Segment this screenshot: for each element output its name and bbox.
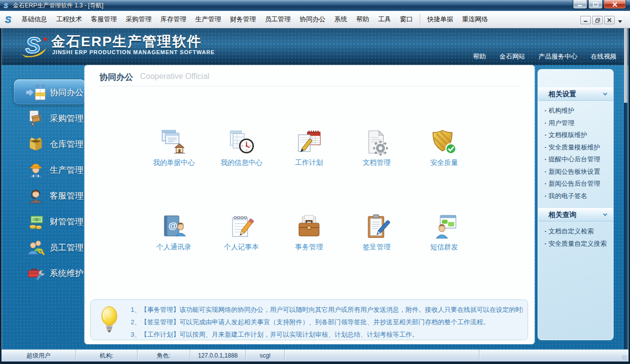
shield-check-icon [431,129,458,155]
client-area: 协同办公 采购管理 仓库管理 生产管理 [1,65,629,349]
mdi-restore-icon [595,18,600,23]
menu-item-purchase[interactable]: 采购管理 [121,13,156,26]
people-key-icon [24,237,47,257]
menu-item-basic-info[interactable]: 基础信息 [17,13,52,26]
svg-text:S: S [25,32,41,58]
notepad-pencil-icon [228,213,255,240]
minimize-button[interactable] [573,0,587,9]
bill-center-icon [160,129,187,155]
page-title: 协同办公 [99,72,133,83]
module-label: 我的单据中心 [153,158,195,167]
cooperative-office-icon [24,82,47,102]
tip-line: 1、【事务管理】该功能可实现网络的协同办公，用户可以随时向其它用户或所有用户发送… [131,303,523,316]
header-divider [99,86,520,86]
link-jinshi-website[interactable]: 金石网站 [499,52,525,61]
close-icon [612,2,618,7]
menu-item-finance[interactable]: 财务管理 [226,13,260,26]
link-online-video[interactable]: 在线视频 [591,52,617,61]
module-sms-bulk-send[interactable]: 短信群发 [410,213,478,252]
link-product-service-center[interactable]: 产品服务中心 [539,52,577,61]
mdi-close-icon [607,18,612,22]
module-label: 文档管理 [363,158,391,167]
tip-line: 3、【工作计划】可以按周、月来新建工作计划，并可以实现计划审核、计划总结、计划考… [131,328,523,341]
module-work-plan[interactable]: 工作计划 [275,129,343,167]
sidebar-item-staff[interactable]: 员工管理 [1,234,84,260]
scrollbar-thumb[interactable] [624,28,628,103]
section-related-settings[interactable]: 相关设置 [538,87,613,101]
sidebar-item-label: 系统维护 [50,268,83,279]
rp-item-safety-template-maintenance[interactable]: 安全质量模板维护 [545,142,613,154]
menu-item-tools[interactable]: 工具 [374,13,395,26]
status-role: 角色: [138,350,190,362]
rp-item-doc-template-maintenance[interactable]: 文档模版维护 [545,129,613,142]
module-label: 我的信息中心 [221,158,262,167]
right-edge-highlight [628,28,629,349]
rp-item-news-board-settings[interactable]: 新闻公告板块设置 [545,166,613,178]
left-edge-highlight [1,28,2,349]
mdi-close-button[interactable] [604,16,615,24]
sidebar-item-warehouse[interactable]: 仓库管理 [1,131,84,157]
module-affairs-management[interactable]: 事务管理 [275,213,343,252]
money-icon [24,212,47,231]
mdi-menu-caret-icon[interactable] [618,20,622,23]
sidebar-item-purchase[interactable]: 采购管理 [1,105,84,131]
toolbox-wrench-icon [24,263,47,283]
module-document-management[interactable]: 文档管理 [343,129,410,167]
module-label: 签呈管理 [363,243,391,252]
link-help[interactable]: 帮助 [473,52,486,61]
resize-grip[interactable] [623,356,627,360]
module-personal-contacts[interactable]: @ 个人通讯录 [140,213,208,252]
menu-item-help[interactable]: 帮助 [352,13,374,26]
clipboard-pen-icon [363,213,390,240]
jinshi-logo: S [19,32,50,60]
module-label: 工作计划 [295,158,323,167]
sidebar-item-system-maintenance[interactable]: 系统维护 [1,260,84,286]
menu-item-cooperative-office[interactable]: 协同办公 [295,13,330,26]
banner-subtitle: JINSHI ERP PRODUCTION MANAGEMENT SOFTWAR… [52,49,215,55]
vertical-scrollbar[interactable] [624,28,628,349]
sidebar-item-label: 协同办公 [50,87,83,98]
menu-item-production[interactable]: 生产管理 [191,13,226,26]
status-database: scgl [246,350,285,362]
section-related-query[interactable]: 相关查询 [538,208,613,221]
menu-item-window[interactable]: 窗口 [395,13,417,26]
rp-item-news-admin[interactable]: 新闻公告后台管理 [545,178,613,190]
window-title: 金石ERP生产管理软件 1.3 - [导航] [13,1,103,10]
header-banner: S 金石ERP生产管理软件 JINSHI ERP PRODUCTION MANA… [1,28,629,65]
sidebar-item-label: 生产管理 [50,164,83,176]
sidebar-item-customer-service[interactable]: 客服管理 [1,183,84,209]
module-my-info-center[interactable]: 我的信息中心 [208,129,275,167]
sidebar-item-cooperative-office[interactable]: 协同办公 [1,79,84,105]
mdi-minimize-button[interactable] [580,16,591,24]
rp-item-user-management[interactable]: 用户管理 [545,117,613,130]
module-my-bill-center[interactable]: 我的单据中心 [140,129,208,167]
maximize-icon [593,2,599,7]
mdi-restore-button[interactable] [592,16,603,24]
menu-item-reconnect-network[interactable]: 重连网络 [458,13,492,26]
close-button[interactable] [604,0,626,9]
rp-item-reminder-center-admin[interactable]: 提醒中心后台管理 [545,153,613,166]
rp-item-my-e-signature[interactable]: 我的电子签名 [545,190,613,203]
module-sign-management[interactable]: 签呈管理 [343,213,410,252]
sidebar-item-production[interactable]: 生产管理 [1,157,84,183]
info-center-icon [228,129,255,155]
minimize-icon [577,2,583,7]
menu-item-customer-service[interactable]: 客服管理 [86,13,121,26]
briefcase-icon [296,213,322,240]
menu-item-engineering[interactable]: 工程技术 [52,13,86,26]
module-safety-quality[interactable]: 安全质量 [410,129,478,167]
rp-item-safety-custom-search[interactable]: 安全质量自定义搜索 [545,238,613,250]
menu-item-quick-orders[interactable]: 快捷单据 [423,13,458,26]
maximize-button[interactable] [588,0,603,9]
tip-line: 2、【签呈管理】可以完成由申请人发起相关事宜（支持附件）、到各部门领导签批、并抄… [131,316,523,328]
sidebar-item-finance[interactable]: 财管管理 [1,209,84,234]
rp-item-doc-custom-search[interactable]: 文档自定义检索 [545,225,613,238]
rp-item-org-maintenance[interactable]: 机构维护 [545,105,613,117]
work-plan-icon [296,129,322,155]
module-personal-notebook[interactable]: 个人记事本 [208,213,275,252]
menu-item-staff[interactable]: 员工管理 [260,13,295,26]
menu-item-inventory[interactable]: 库存管理 [156,13,191,26]
menu-item-system[interactable]: 系统 [330,13,352,26]
main-panel: 协同办公 Cooperative Official 我的单据中心 我的信息中心 … [84,65,535,344]
chevron-down-icon [603,212,607,216]
